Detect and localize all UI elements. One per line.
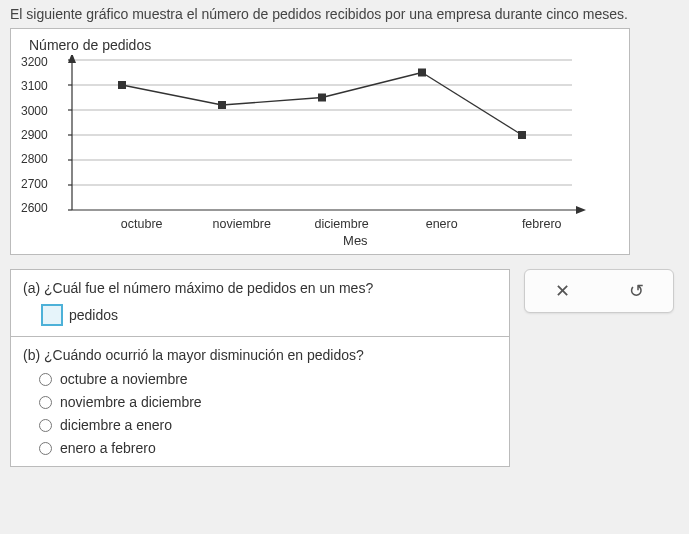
intro-text: El siguiente gráfico muestra el número d…	[10, 6, 679, 22]
xtick: febrero	[492, 217, 592, 231]
tool-panel: ✕ ↺	[524, 269, 674, 313]
data-series	[118, 69, 526, 140]
ytick: 2800	[21, 152, 48, 166]
ytick: 2700	[21, 177, 48, 191]
ytick: 3100	[21, 79, 48, 93]
radio-icon	[39, 373, 52, 386]
svg-rect-21	[118, 81, 126, 89]
y-axis-label: Número de pedidos	[29, 37, 619, 53]
svg-line-17	[122, 85, 222, 105]
svg-rect-25	[518, 131, 526, 139]
option-label: noviembre a diciembre	[60, 394, 202, 410]
svg-marker-9	[576, 206, 586, 214]
question-box: (a) ¿Cuál fue el número máximo de pedido…	[10, 269, 510, 467]
radio-icon	[39, 442, 52, 455]
question-a-text: (a) ¿Cuál fue el número máximo de pedido…	[23, 280, 497, 296]
line-chart	[52, 55, 592, 215]
svg-marker-7	[68, 55, 76, 63]
option-jan-feb[interactable]: enero a febrero	[39, 440, 497, 456]
ytick: 2900	[21, 128, 48, 142]
reset-button[interactable]: ↺	[616, 276, 656, 306]
xtick: diciembre	[292, 217, 392, 231]
reset-icon: ↺	[629, 280, 644, 302]
xtick: noviembre	[192, 217, 292, 231]
svg-rect-24	[418, 69, 426, 77]
option-nov-dec[interactable]: noviembre a diciembre	[39, 394, 497, 410]
svg-rect-23	[318, 94, 326, 102]
chart-card: Número de pedidos 3200 3100 3000 2900 28…	[10, 28, 630, 255]
radio-icon	[39, 419, 52, 432]
answer-a-unit: pedidos	[69, 307, 118, 323]
question-b: (b) ¿Cuándo ocurrió la mayor disminución…	[11, 337, 509, 466]
ytick: 2600	[21, 201, 48, 215]
svg-line-20	[422, 73, 522, 136]
option-dec-jan[interactable]: diciembre a enero	[39, 417, 497, 433]
xtick: enero	[392, 217, 492, 231]
radio-icon	[39, 396, 52, 409]
y-ticks: 3200 3100 3000 2900 2800 2700 2600	[21, 55, 52, 215]
svg-line-18	[222, 98, 322, 106]
xtick: octubre	[92, 217, 192, 231]
question-a: (a) ¿Cuál fue el número máximo de pedido…	[11, 270, 509, 337]
answer-a-input[interactable]	[41, 304, 63, 326]
option-oct-nov[interactable]: octubre a noviembre	[39, 371, 497, 387]
close-button[interactable]: ✕	[542, 276, 582, 306]
close-icon: ✕	[555, 280, 570, 302]
x-ticks: octubre noviembre diciembre enero febrer…	[92, 217, 592, 231]
option-label: enero a febrero	[60, 440, 156, 456]
option-label: diciembre a enero	[60, 417, 172, 433]
ytick: 3200	[21, 55, 48, 69]
option-label: octubre a noviembre	[60, 371, 188, 387]
ytick: 3000	[21, 104, 48, 118]
x-axis-label: Mes	[92, 233, 619, 248]
svg-rect-22	[218, 101, 226, 109]
question-b-text: (b) ¿Cuándo ocurrió la mayor disminución…	[23, 347, 497, 363]
